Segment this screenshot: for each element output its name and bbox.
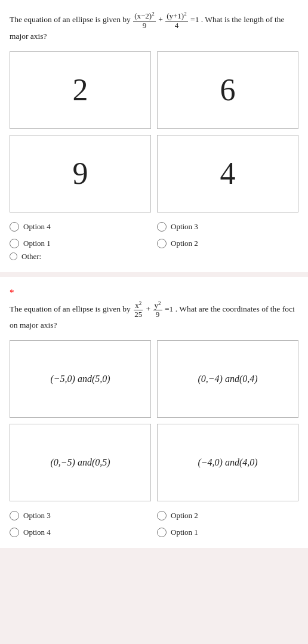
q1-option2-radio-label[interactable]: Option 2 — [157, 239, 298, 248]
question-1-text: The equation of an ellipse is given by (… — [10, 11, 298, 43]
q1-option3-radio-label[interactable]: Option 3 — [157, 222, 298, 232]
q2-options-grid: (−5,0) and(5,0) (0,−4) and(0,4) (0,−5) a… — [10, 340, 298, 501]
q1-option3-label: Option 3 — [171, 222, 198, 232]
q2-option4-value: (0,−5) and(0,5) — [50, 457, 110, 468]
q2-option2-radio[interactable] — [157, 511, 167, 520]
q2-option3-radio-label[interactable]: Option 3 — [10, 511, 151, 520]
question-2-text: The equation of an ellipse is given by x… — [10, 300, 298, 332]
q1-option4-label: Option 4 — [23, 222, 51, 232]
question-1: The equation of an ellipse is given by (… — [0, 0, 308, 272]
q2-option4-card[interactable]: (0,−5) and(0,5) — [10, 424, 151, 501]
q2-required-star: * — [10, 288, 298, 298]
q1-option2-card[interactable]: 4 — [157, 135, 298, 212]
q2-option4-radio-label[interactable]: Option 4 — [10, 528, 151, 537]
q1-option4-value: 2 — [73, 72, 88, 107]
q1-option4-radio-label[interactable]: Option 4 — [10, 222, 151, 232]
q2-equation: x225 + y29 =1 — [133, 300, 173, 319]
q2-option4-radio[interactable] — [10, 528, 19, 537]
q2-prefix: The equation of an ellipse is given by — [10, 304, 133, 313]
q2-option1-card[interactable]: (−4,0) and(4,0) — [157, 424, 298, 501]
q2-option3-card[interactable]: (−5,0) and(5,0) — [10, 340, 151, 418]
q1-prefix: The equation of an ellipse is given by — [10, 15, 133, 24]
q1-option1-value: 9 — [73, 156, 88, 191]
q1-option1-label: Option 1 — [23, 239, 51, 248]
q1-option2-value: 4 — [220, 156, 236, 191]
q1-option3-value: 6 — [220, 72, 236, 107]
q2-option3-radio[interactable] — [10, 511, 19, 520]
q2-option4-label: Option 4 — [23, 528, 51, 537]
q1-other-text: Other: — [21, 252, 41, 261]
q2-option1-label: Option 1 — [171, 528, 198, 537]
q1-option1-card[interactable]: 9 — [10, 135, 151, 212]
q2-option1-value: (−4,0) and(4,0) — [198, 457, 257, 468]
q1-option2-radio[interactable] — [157, 239, 167, 248]
q1-other-radio[interactable] — [10, 252, 17, 260]
q2-option2-card[interactable]: (0,−4) and(0,4) — [157, 340, 298, 418]
q2-option1-radio[interactable] — [157, 528, 167, 537]
q1-option3-card[interactable]: 6 — [157, 51, 298, 129]
q2-option2-radio-label[interactable]: Option 2 — [157, 511, 298, 520]
q2-option3-label: Option 3 — [23, 511, 51, 520]
question-2: * The equation of an ellipse is given by… — [0, 277, 308, 549]
q2-option2-value: (0,−4) and(0,4) — [198, 374, 257, 384]
q1-options-grid: 2 6 9 4 — [10, 51, 298, 212]
q2-option3-value: (−5,0) and(5,0) — [50, 374, 110, 384]
q1-option3-radio[interactable] — [157, 222, 167, 232]
q1-other-label[interactable]: Other: — [10, 252, 298, 261]
q1-option4-radio[interactable] — [10, 222, 19, 232]
q1-option4-card[interactable]: 2 — [10, 51, 151, 129]
q2-option2-label: Option 2 — [171, 511, 198, 520]
q2-option1-radio-label[interactable]: Option 1 — [157, 528, 298, 537]
q1-option1-radio-label[interactable]: Option 1 — [10, 239, 151, 248]
q1-option1-radio[interactable] — [10, 239, 19, 248]
q1-option2-label: Option 2 — [171, 239, 198, 248]
q1-equation: (x−2)29 + (y+1)24 =1 — [133, 11, 199, 30]
